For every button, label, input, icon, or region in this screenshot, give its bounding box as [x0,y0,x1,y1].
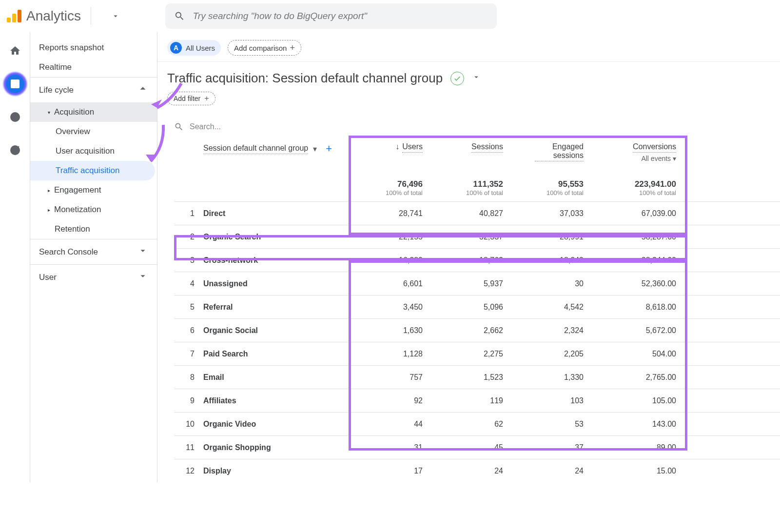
row-users: 1,630 [354,326,428,335]
total-users: 76,496100% of total [354,179,428,197]
row-dimension: Organic Search [203,233,354,241]
comparison-row: A All Users Add comparison + [157,32,780,62]
nav-realtime[interactable]: Realtime [30,58,157,77]
row-engaged: 28,991 [508,233,588,241]
row-index: 6 [174,326,203,335]
nav-acquisition[interactable]: ▾ Acquisition [30,102,157,122]
row-conversions: 28,344.00 [588,256,681,265]
nav-section-life-cycle[interactable]: Life cycle [30,77,157,102]
row-dimension: Direct [203,209,354,218]
dimension-header[interactable]: Session default channel group ▾ + [203,142,354,155]
col-engaged-sessions[interactable]: Engaged sessions [508,142,588,161]
caret-down-icon: ▾ [313,144,317,154]
table-row[interactable]: 9Affiliates92119103105.00 [174,389,780,412]
row-engaged: 2,324 [508,326,588,335]
row-users: 17 [354,467,428,475]
search-input[interactable] [193,11,488,21]
col-users[interactable]: ↓Users [354,142,428,153]
title-dropdown[interactable] [472,73,481,84]
data-table: Session default channel group ▾ + ↓Users… [174,138,780,482]
table-row[interactable]: 7Paid Search1,1282,2752,205504.00 [174,342,780,365]
table-row[interactable]: 12Display17242415.00 [174,459,780,482]
table-row[interactable]: 10Organic Video446253143.00 [174,412,780,435]
row-dimension: Affiliates [203,396,354,405]
nav-section-search-console[interactable]: Search Console [30,239,157,264]
row-users: 757 [354,373,428,382]
nav-rail [0,32,30,482]
property-dropdown[interactable] [101,12,130,20]
row-users: 31 [354,443,428,452]
nav-acquisition-overview[interactable]: Overview [30,122,157,141]
title-row: Traffic acquisition: Session default cha… [157,62,780,92]
caret-down-icon: ▾ [673,155,676,162]
chevron-down-icon [137,245,148,258]
table-row[interactable]: 6Organic Social1,6302,6622,3245,672.00 [174,318,780,342]
col-sessions[interactable]: Sessions [428,142,508,153]
col-conversions[interactable]: Conversions All events ▾ [588,142,681,162]
table-row[interactable]: 1Direct28,74140,82737,03367,039.00 [174,201,780,225]
add-filter-button[interactable]: Add filter + [167,92,215,105]
table-row[interactable]: 8Email7571,5231,3302,765.00 [174,365,780,389]
table-search[interactable]: Search... [174,119,780,138]
row-conversions: 8,618.00 [588,303,681,312]
total-conversions: 223,941.00100% of total [588,179,681,197]
sort-down-icon: ↓ [395,142,399,151]
status-ok-icon[interactable] [450,72,464,85]
row-conversions: 89.00 [588,443,681,452]
nav-section-user[interactable]: User [30,264,157,290]
row-sessions: 45 [428,443,508,452]
nav-reports-snapshot[interactable]: Reports snapshot [30,38,157,58]
row-sessions: 1,523 [428,373,508,382]
row-sessions: 18,763 [428,256,508,265]
chevron-down-icon [137,271,148,284]
row-dimension: Organic Shopping [203,443,354,452]
plus-icon: + [204,94,209,103]
plus-icon: + [290,43,295,52]
nav-monetization[interactable]: ▸ Monetization [30,200,157,219]
chip-all-users[interactable]: A All Users [167,40,221,56]
row-conversions: 105.00 [588,396,681,405]
add-dimension-button[interactable]: + [326,142,332,155]
main-content: A All Users Add comparison + Traffic acq… [157,32,780,482]
row-conversions: 67,039.00 [588,209,681,218]
nav-reports[interactable] [5,74,25,94]
nav-engagement[interactable]: ▸ Engagement [30,180,157,200]
sidebar: Reports snapshot Realtime Life cycle ▾ A… [30,32,157,482]
chip-all-users-badge: A [170,42,182,54]
row-engaged: 103 [508,396,588,405]
nav-acquisition-user[interactable]: User acquisition [30,141,157,161]
search-bar[interactable] [165,3,497,29]
row-users: 6,601 [354,279,428,288]
nav-home[interactable] [5,41,25,60]
row-engaged: 37,033 [508,209,588,218]
row-engaged: 53 [508,420,588,429]
row-index: 7 [174,350,203,358]
row-index: 10 [174,420,203,429]
row-users: 1,128 [354,350,428,358]
row-index: 9 [174,396,203,405]
row-index: 2 [174,233,203,241]
table-row[interactable]: 4Unassigned6,6015,9373052,360.00 [174,272,780,295]
logo-area: Analytics [7,8,81,24]
row-engaged: 4,542 [508,303,588,312]
table-row[interactable]: 5Referral3,4505,0964,5428,618.00 [174,295,780,318]
row-sessions: 32,337 [428,233,508,241]
chevron-up-icon [137,83,148,97]
caret-right-icon: ▸ [48,207,50,213]
table-totals-row: 76,496100% of total 111,352100% of total… [174,179,780,201]
row-conversions: 58,287.00 [588,233,681,241]
row-sessions: 5,937 [428,279,508,288]
nav-retention[interactable]: Retention [30,219,157,239]
table-row[interactable]: 3Cross-network16,28018,76318,24028,344.0… [174,248,780,272]
row-conversions: 5,672.00 [588,326,681,335]
row-index: 11 [174,443,203,452]
table-row[interactable]: 11Organic Shopping31453789.00 [174,435,780,459]
nav-advertising[interactable] [5,140,25,160]
nav-acquisition-traffic[interactable]: Traffic acquisition [30,161,155,180]
table-row[interactable]: 2Organic Search22,15532,33728,99158,287.… [174,225,780,248]
nav-explore[interactable] [5,107,25,127]
row-index: 8 [174,373,203,382]
row-dimension: Unassigned [203,279,354,288]
row-sessions: 62 [428,420,508,429]
add-comparison-button[interactable]: Add comparison + [228,40,301,56]
